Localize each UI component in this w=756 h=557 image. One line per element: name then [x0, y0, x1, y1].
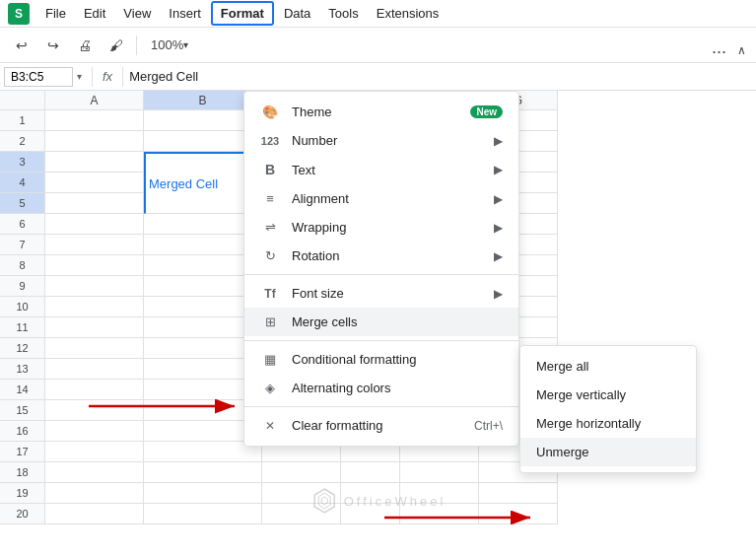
format-menu-theme[interactable]: 🎨 Theme New	[244, 98, 518, 126]
zoom-button[interactable]: 100% ▾	[143, 35, 196, 54]
cell-a5[interactable]	[45, 193, 144, 214]
format-menu-text[interactable]: B Text ▶	[244, 155, 518, 184]
fontsize-icon: Tf	[260, 287, 280, 301]
cell-a18[interactable]	[45, 462, 144, 483]
row-num-6[interactable]: 6	[0, 214, 45, 235]
cell-a3[interactable]	[45, 152, 144, 173]
clear-label: Clear formatting	[292, 418, 462, 433]
row-num-10[interactable]: 10	[0, 297, 45, 317]
alignment-icon: ≡	[260, 191, 280, 206]
submenu-merge-vertically[interactable]: Merge vertically	[520, 381, 696, 409]
formula-divider-2	[122, 67, 123, 87]
row-num-8[interactable]: 8	[0, 255, 45, 276]
cell-a11[interactable]	[45, 317, 144, 338]
row-num-20[interactable]: 20	[0, 504, 45, 524]
arrow-unmerge	[384, 503, 542, 524]
wrapping-arrow: ▶	[494, 221, 503, 235]
cell-a16[interactable]	[45, 421, 144, 442]
cell-g19[interactable]	[479, 483, 558, 504]
row-num-12[interactable]: 12	[0, 338, 45, 359]
menu-file[interactable]: File	[37, 3, 74, 24]
arrow-merge-cells	[89, 391, 246, 421]
menu-separator-2	[244, 340, 518, 341]
three-dots-menu[interactable]: ···	[712, 41, 726, 62]
row-num-3[interactable]: 3	[0, 152, 45, 173]
cell-a17[interactable]	[45, 442, 144, 462]
menu-format[interactable]: Format	[211, 1, 274, 26]
submenu-merge-horizontally[interactable]: Merge horizontally	[520, 409, 696, 438]
cell-a9[interactable]	[45, 276, 144, 297]
app-logo: S	[8, 3, 30, 25]
cell-a12[interactable]	[45, 338, 144, 359]
row-num-11[interactable]: 11	[0, 317, 45, 338]
text-icon: B	[260, 162, 280, 177]
cell-reference[interactable]: B3:C5	[4, 67, 73, 87]
row-num-5[interactable]: 5	[0, 193, 45, 214]
undo-button[interactable]: ↩	[8, 32, 35, 59]
cell-a13[interactable]	[45, 359, 144, 380]
row-num-13[interactable]: 13	[0, 359, 45, 380]
cell-c18[interactable]	[262, 462, 341, 483]
row-num-18[interactable]: 18	[0, 462, 45, 483]
clear-icon: ✕	[260, 419, 280, 433]
format-menu-alignment[interactable]: ≡ Alignment ▶	[244, 184, 518, 213]
collapse-button[interactable]: ∧	[737, 43, 746, 57]
cell-a8[interactable]	[45, 255, 144, 276]
format-menu-merge-cells[interactable]: ⊞ Merge cells	[244, 308, 518, 336]
cell-a10[interactable]	[45, 297, 144, 317]
menu-data[interactable]: Data	[276, 3, 318, 24]
rotation-arrow: ▶	[494, 249, 503, 263]
format-menu-number[interactable]: 123 Number ▶	[244, 126, 518, 155]
alternating-icon: ◈	[260, 381, 280, 395]
row-num-9[interactable]: 9	[0, 276, 45, 297]
cell-a2[interactable]	[45, 131, 144, 152]
format-menu-conditional[interactable]: ▦ Conditional formatting	[244, 345, 518, 374]
row-num-7[interactable]: 7	[0, 235, 45, 255]
cell-a4[interactable]	[45, 173, 144, 193]
menu-view[interactable]: View	[115, 3, 159, 24]
format-menu-wrapping[interactable]: ⇌ Wrapping ▶	[244, 213, 518, 242]
menu-insert[interactable]: Insert	[161, 3, 209, 24]
submenu-unmerge[interactable]: Unmerge	[520, 438, 696, 466]
watermark-logo-icon	[310, 487, 338, 515]
row-num-19[interactable]: 19	[0, 483, 45, 504]
col-header-a[interactable]: A	[45, 91, 144, 110]
format-menu-alternating[interactable]: ◈ Alternating colors	[244, 374, 518, 402]
rotation-icon: ↻	[260, 248, 280, 263]
menu-edit[interactable]: Edit	[76, 3, 113, 24]
submenu-merge-all[interactable]: Merge all	[520, 352, 696, 381]
cell-a19[interactable]	[45, 483, 144, 504]
row-num-4[interactable]: 4	[0, 173, 45, 193]
format-menu-rotation[interactable]: ↻ Rotation ▶	[244, 242, 518, 270]
cell-a7[interactable]	[45, 235, 144, 255]
menu-extensions[interactable]: Extensions	[369, 3, 447, 24]
format-menu-clear[interactable]: ✕ Clear formatting Ctrl+\	[244, 411, 518, 440]
cell-a20[interactable]	[45, 504, 144, 524]
merge-cells-label: Merge cells	[292, 314, 503, 329]
print-button[interactable]: 🖨	[71, 32, 99, 59]
row-num-14[interactable]: 14	[0, 380, 45, 400]
alternating-label: Alternating colors	[292, 381, 503, 395]
row-num-16[interactable]: 16	[0, 421, 45, 442]
row-num-15[interactable]: 15	[0, 400, 45, 421]
cell-b18[interactable]	[144, 462, 262, 483]
cell-b20[interactable]	[144, 504, 262, 524]
cell-a1[interactable]	[45, 110, 144, 131]
paint-format-button[interactable]: 🖌	[103, 32, 130, 59]
alignment-label: Alignment	[292, 191, 482, 206]
cell-f18[interactable]	[400, 462, 479, 483]
cell-a6[interactable]	[45, 214, 144, 235]
cell-d18[interactable]	[341, 462, 400, 483]
wrapping-icon: ⇌	[260, 220, 280, 235]
row-num-1[interactable]: 1	[0, 110, 45, 131]
toolbar-separator-1	[136, 35, 137, 55]
format-menu-fontsize[interactable]: Tf Font size ▶	[244, 279, 518, 308]
redo-button[interactable]: ↪	[39, 32, 67, 59]
menu-tools[interactable]: Tools	[320, 3, 366, 24]
fx-label: fx	[99, 69, 116, 84]
cell-b19[interactable]	[144, 483, 262, 504]
row-num-17[interactable]: 17	[0, 442, 45, 462]
conditional-icon: ▦	[260, 352, 280, 367]
row-num-2[interactable]: 2	[0, 131, 45, 152]
clear-shortcut: Ctrl+\	[474, 419, 503, 433]
